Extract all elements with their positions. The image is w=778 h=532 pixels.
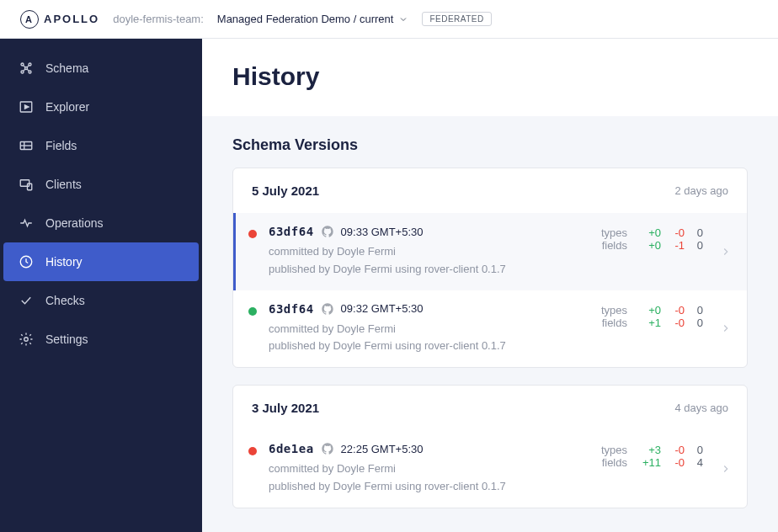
- fields-total: 0: [690, 239, 703, 252]
- sidebar-item-label: Explorer: [45, 100, 89, 114]
- svg-point-1: [29, 63, 31, 66]
- github-icon[interactable]: [321, 225, 334, 238]
- published-by: published by Doyle Fermi using rover-cli…: [269, 261, 589, 279]
- explorer-icon: [19, 99, 34, 114]
- change-stats: types+0-00fields+0-10: [601, 226, 703, 252]
- types-label: types: [601, 444, 632, 456]
- svg-point-3: [29, 71, 31, 73]
- svg-line-8: [27, 69, 29, 71]
- graph-variant-selector[interactable]: Managed Federation Demo / current: [217, 13, 409, 25]
- status-dot-icon: [248, 307, 257, 316]
- operations-icon: [19, 215, 34, 231]
- fields-total: 0: [690, 317, 703, 329]
- federated-badge: FEDERATED: [422, 12, 491, 26]
- svg-line-5: [24, 66, 25, 67]
- types-total: 0: [690, 304, 703, 317]
- team-label: doyle-fermis-team:: [113, 13, 204, 25]
- checks-icon: [19, 293, 34, 308]
- fields-label: fields: [601, 456, 632, 469]
- version-group: 3 July 20214 days ago6de1ea22:25 GMT+5:3…: [232, 385, 748, 508]
- sidebar-item-label: Settings: [45, 332, 88, 346]
- sidebar-item-label: Operations: [45, 216, 103, 230]
- brand-logo[interactable]: A APOLLO: [20, 10, 99, 29]
- apollo-logo-icon: A: [20, 10, 39, 29]
- sidebar-item-fields[interactable]: Fields: [0, 126, 202, 165]
- group-header: 5 July 20212 days ago: [233, 168, 747, 213]
- version-body: 63df6409:32 GMT+5:30committed by Doyle F…: [269, 302, 589, 356]
- version-row[interactable]: 6de1ea22:25 GMT+5:30committed by Doyle F…: [233, 430, 747, 508]
- commit-hash: 63df64: [269, 225, 314, 238]
- svg-point-4: [25, 67, 28, 70]
- sidebar-item-label: Schema: [45, 61, 88, 75]
- sidebar-item-explorer[interactable]: Explorer: [0, 88, 202, 126]
- types-added: +3: [637, 444, 661, 456]
- commit-time: 09:33 GMT+5:30: [341, 226, 424, 238]
- types-total: 0: [690, 444, 703, 456]
- sidebar-item-label: Fields: [45, 139, 77, 152]
- types-total: 0: [690, 226, 703, 239]
- svg-point-0: [21, 63, 24, 66]
- commit-hash: 6de1ea: [269, 442, 314, 455]
- types-label: types: [601, 226, 632, 239]
- fields-added: +0: [637, 239, 661, 252]
- published-by: published by Doyle Fermi using rover-cli…: [269, 478, 589, 496]
- sidebar-item-schema[interactable]: Schema: [0, 49, 202, 88]
- brand-text: APOLLO: [44, 13, 99, 25]
- committed-by: committed by Doyle Fermi: [269, 321, 589, 338]
- fields-removed: -0: [666, 456, 685, 469]
- version-body: 63df6409:33 GMT+5:30committed by Doyle F…: [269, 225, 589, 279]
- group-header: 3 July 20214 days ago: [233, 386, 747, 430]
- sidebar-item-clients[interactable]: Clients: [0, 165, 202, 204]
- published-by: published by Doyle Fermi using rover-cli…: [269, 338, 589, 355]
- svg-point-2: [21, 71, 24, 73]
- types-added: +0: [637, 304, 661, 317]
- fields-added: +1: [637, 317, 661, 329]
- github-icon[interactable]: [321, 302, 334, 316]
- page-title: History: [232, 62, 748, 91]
- types-added: +0: [637, 226, 661, 239]
- expand-version[interactable]: [715, 463, 732, 475]
- sidebar-item-history[interactable]: History: [3, 242, 199, 281]
- chevron-down-icon: [398, 14, 408, 24]
- status-dot-icon: [248, 447, 257, 455]
- expand-version[interactable]: [715, 322, 732, 334]
- types-removed: -0: [666, 304, 685, 317]
- schema-icon: [19, 61, 34, 76]
- sidebar-item-checks[interactable]: Checks: [0, 281, 202, 320]
- commit-hash: 63df64: [269, 302, 314, 316]
- sidebar-item-operations[interactable]: Operations: [0, 204, 202, 242]
- clients-icon: [19, 177, 34, 192]
- history-icon: [19, 254, 34, 269]
- sidebar: SchemaExplorerFieldsClientsOperationsHis…: [0, 39, 202, 532]
- svg-marker-10: [25, 105, 29, 109]
- sidebar-item-label: History: [45, 255, 83, 269]
- fields-total: 4: [690, 456, 703, 469]
- committed-by: committed by Doyle Fermi: [269, 460, 589, 478]
- fields-label: fields: [601, 239, 632, 252]
- commit-time: 09:32 GMT+5:30: [341, 302, 424, 315]
- version-row[interactable]: 63df6409:32 GMT+5:30committed by Doyle F…: [233, 290, 747, 368]
- settings-icon: [19, 332, 34, 347]
- expand-version[interactable]: [715, 246, 732, 258]
- section-title: Schema Versions: [232, 136, 748, 154]
- types-removed: -0: [666, 444, 685, 456]
- graph-variant-text: Managed Federation Demo / current: [217, 13, 394, 25]
- group-ago: 2 days ago: [674, 184, 728, 197]
- svg-line-7: [24, 69, 25, 71]
- svg-line-6: [27, 66, 29, 67]
- version-row[interactable]: 63df6409:33 GMT+5:30committed by Doyle F…: [233, 213, 747, 290]
- types-label: types: [601, 304, 632, 317]
- fields-removed: -1: [666, 239, 685, 252]
- sidebar-item-label: Clients: [45, 178, 82, 191]
- group-date: 5 July 2021: [252, 184, 319, 198]
- version-group: 5 July 20212 days ago63df6409:33 GMT+5:3…: [232, 168, 748, 368]
- change-stats: types+3-00fields+11-04: [601, 444, 703, 469]
- sidebar-item-label: Checks: [45, 294, 85, 307]
- change-stats: types+0-00fields+1-00: [601, 304, 703, 329]
- fields-removed: -0: [666, 317, 685, 329]
- fields-label: fields: [601, 317, 632, 329]
- github-icon[interactable]: [321, 442, 334, 455]
- version-body: 6de1ea22:25 GMT+5:30committed by Doyle F…: [269, 442, 589, 496]
- sidebar-item-settings[interactable]: Settings: [0, 320, 202, 359]
- page-header: History: [202, 39, 778, 116]
